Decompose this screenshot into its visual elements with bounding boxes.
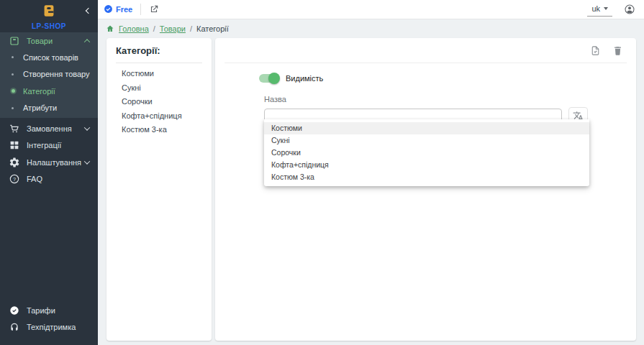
categories-panel: Категорії: Костюми Сукні Сорочки Кофта+с…: [106, 38, 212, 341]
sidebar-item-product-list[interactable]: Список товарів: [0, 49, 98, 66]
category-list-item[interactable]: Кофта+спідниця: [116, 109, 202, 123]
visibility-toggle[interactable]: [259, 74, 278, 83]
editor-actions: [215, 38, 636, 61]
help-icon: ?: [9, 173, 20, 185]
dropdown-option[interactable]: Костюм 3-ка: [264, 171, 589, 183]
name-label: Назва: [264, 95, 636, 104]
save-document-icon[interactable]: [590, 45, 601, 56]
sidebar-item-label: FAQ: [27, 175, 42, 183]
shop-bag-icon: [41, 3, 57, 22]
products-box-icon: [9, 35, 20, 47]
sidebar-bottom-nav: Тарифи Техпідтримка: [0, 302, 98, 345]
cart-icon: [9, 123, 20, 134]
toggle-thumb: [268, 73, 280, 84]
sidebar-item-product-create[interactable]: Створення товару: [0, 66, 98, 83]
sidebar-item-products[interactable]: Товари: [0, 32, 98, 49]
categories-panel-title: Категорії:: [116, 45, 202, 56]
open-storefront-icon[interactable]: [149, 4, 159, 14]
bullet-icon: [12, 107, 14, 109]
trash-icon[interactable]: [612, 45, 623, 56]
headset-icon: [9, 321, 20, 333]
home-icon[interactable]: [106, 24, 114, 33]
parent-category-dropdown: Костюми Сукні Сорочки Кофта+спідниця Кос…: [264, 119, 589, 186]
sidebar-item-label: Товари: [27, 37, 53, 45]
dropdown-option[interactable]: Костюми: [264, 122, 589, 134]
chevron-down-icon: [84, 124, 90, 130]
account-icon[interactable]: [624, 4, 635, 15]
active-bullet-icon: [12, 89, 15, 93]
sidebar-item-label: Замовлення: [27, 124, 72, 133]
chevron-up-icon: [84, 39, 90, 45]
sidebar-subitem-label: Категорії: [23, 87, 55, 96]
divider: [225, 63, 627, 63]
dropdown-option[interactable]: Сорочки: [264, 147, 589, 159]
category-form: Назва Батьківська категорія Костюми Сукн…: [264, 95, 636, 148]
dropdown-option[interactable]: Кофта+спідниця: [264, 159, 589, 171]
sidebar-item-label: Техпідтримка: [27, 323, 76, 331]
sidebar-subitem-label: Атрибути: [23, 104, 57, 112]
dropdown-option[interactable]: Сукні: [264, 134, 589, 147]
breadcrumb-current: Категорії: [196, 24, 229, 33]
sidebar-subitem-label: Список товарів: [23, 53, 78, 62]
svg-text:?: ?: [13, 176, 16, 183]
sidebar-item-settings[interactable]: Налаштування: [0, 154, 98, 171]
breadcrumb-products-link[interactable]: Товари: [160, 24, 186, 33]
category-editor-panel: Видимість Назва Батьківська категорія Ко…: [215, 38, 636, 341]
sidebar-item-categories[interactable]: Категорії: [0, 83, 98, 100]
divider: [116, 63, 202, 63]
main-content: Головна / Товари / Категорії Категорії: …: [98, 19, 644, 345]
sidebar-item-orders[interactable]: Замовлення: [0, 120, 98, 137]
sidebar-item-label: Тарифи: [27, 306, 55, 315]
breadcrumb-separator: /: [153, 24, 155, 33]
sidebar-item-label: Інтеграції: [27, 141, 61, 150]
sidebar-lower-nav: Замовлення Інтеграції Налаштування ? FAQ: [0, 120, 98, 188]
check-circle-icon: [9, 305, 20, 316]
sidebar-subitem-label: Створення товару: [23, 70, 90, 78]
topbar: Free uk: [98, 0, 644, 19]
verified-check-icon: [104, 4, 113, 15]
bullet-icon: [12, 56, 14, 58]
divider: [140, 4, 141, 15]
chevron-down-icon: [604, 7, 608, 10]
category-list-item[interactable]: Костюм 3-ка: [116, 122, 202, 137]
plan-badge[interactable]: Free: [104, 4, 132, 15]
logo-text: LP-SHOP: [32, 22, 66, 30]
sidebar-item-attributes[interactable]: Атрибути: [0, 100, 98, 117]
bullet-icon: [12, 73, 14, 75]
sidebar: LP-SHOP Товари Список товарів Створення …: [0, 0, 98, 345]
sidebar-item-support[interactable]: Техпідтримка: [0, 318, 98, 335]
sidebar-group-products: Товари Список товарів Створення товару К…: [0, 32, 98, 118]
sidebar-item-label: Налаштування: [27, 158, 81, 167]
visibility-toggle-row: Видимість: [259, 74, 636, 83]
breadcrumb-separator: /: [190, 24, 192, 33]
language-code: uk: [591, 4, 600, 13]
category-list-item[interactable]: Сорочки: [116, 94, 202, 109]
plan-label: Free: [116, 5, 132, 14]
category-list-item[interactable]: Костюми: [116, 66, 202, 80]
category-list: Костюми Сукні Сорочки Кофта+спідниця Кос…: [116, 66, 202, 137]
sidebar-item-faq[interactable]: ? FAQ: [0, 171, 98, 188]
breadcrumb-home-link[interactable]: Головна: [119, 24, 149, 33]
sidebar-item-integrations[interactable]: Інтеграції: [0, 137, 98, 155]
widgets-icon: [9, 139, 20, 151]
sidebar-item-tariffs[interactable]: Тарифи: [0, 302, 98, 318]
visibility-label: Видимість: [286, 74, 323, 83]
chevron-down-icon: [84, 158, 90, 164]
gear-icon: [9, 157, 20, 168]
language-select[interactable]: uk: [587, 3, 612, 17]
logo[interactable]: LP-SHOP: [0, 0, 98, 32]
breadcrumb: Головна / Товари / Категорії: [98, 19, 644, 33]
category-list-item[interactable]: Сукні: [116, 80, 202, 95]
sidebar-collapse-icon[interactable]: [86, 3, 91, 16]
